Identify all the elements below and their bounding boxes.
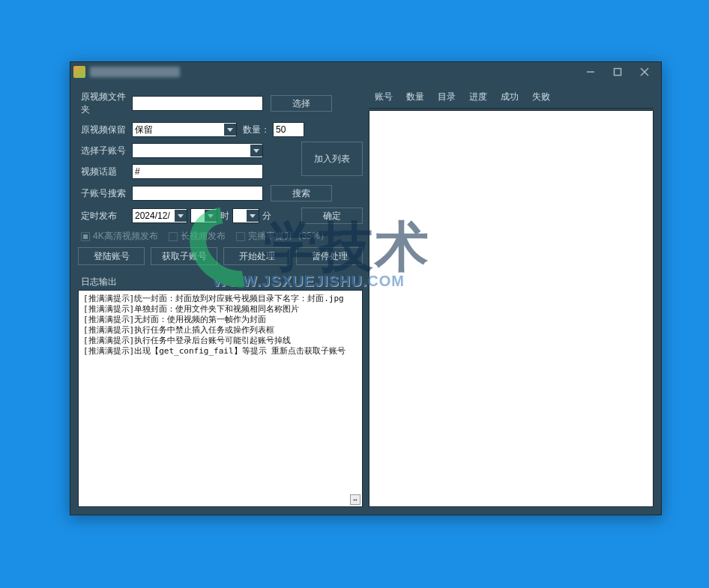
col-progress[interactable]: 进度 [469,91,487,103]
checkbox-icon [81,232,90,241]
sched-min-combo[interactable] [232,208,259,223]
chevron-down-icon [250,145,262,157]
app-title-blurred [90,67,180,77]
topic-input[interactable] [132,164,263,179]
log-output[interactable]: [推满满提示]统一封面：封面放到对应账号视频目录下名字：封面.jpg[推满满提示… [78,290,363,507]
qty-label: 数量： [243,124,270,136]
folder-label: 原视频文件夹 [78,91,132,116]
checkbox-icon [236,232,245,241]
subacct-combo[interactable] [132,143,263,158]
table-body[interactable] [369,110,654,507]
chevron-down-icon [247,210,259,222]
svg-rect-1 [615,69,621,76]
table-header: 账号 数量 目录 进度 成功 失败 [369,88,654,109]
sched-date-value: 2024/12/ [135,210,170,221]
chevron-down-icon [175,210,187,222]
folder-input[interactable] [132,96,263,111]
svg-marker-7 [208,214,214,218]
col-dir[interactable]: 目录 [438,91,456,103]
sched-hour-combo[interactable] [190,208,217,223]
min-label: 分 [262,210,271,222]
col-success[interactable]: 成功 [501,91,519,103]
login-button[interactable]: 登陆账号 [78,247,145,265]
titlebar [70,62,661,82]
chk-4k[interactable]: 4K高清视频发布 [81,230,158,243]
chk-long[interactable]: 长视频发布 [169,230,226,243]
app-icon [73,66,85,78]
app-window: 原视频文件夹 选择 原视频保留 保留 数量： 选择子账号 [70,61,662,515]
search-label: 子账号搜索 [78,187,132,200]
log-line: [推满满提示]统一封面：封面放到对应账号视频目录下名字：封面.jpg [83,294,357,304]
hour-label: 时 [220,210,229,222]
qty-input[interactable] [273,122,304,137]
resize-grip-icon[interactable]: ↔ [350,494,360,505]
svg-marker-6 [178,214,184,218]
chevron-down-icon [224,124,236,136]
keep-value: 保留 [135,124,153,136]
sched-date-combo[interactable]: 2024/12/ [132,208,187,223]
log-line: [推满满提示]出现【get_config_fail】等提示 重新点击获取子账号 [83,346,357,357]
col-fail[interactable]: 失败 [532,91,550,103]
svg-marker-8 [250,214,256,218]
col-account[interactable]: 账号 [375,91,393,103]
maximize-button[interactable] [604,64,631,80]
select-folder-button[interactable]: 选择 [271,95,332,112]
minimize-button[interactable] [577,64,604,80]
chk-boost[interactable]: 完播率提升（35%） [236,230,329,243]
topic-label: 视频话题 [78,166,132,178]
log-line: [推满满提示]执行任务中禁止插入任务或操作列表框 [83,325,357,336]
checkbox-icon [169,232,178,241]
svg-marker-4 [227,128,233,132]
keep-label: 原视频保留 [78,124,132,136]
subacct-label: 选择子账号 [78,145,132,157]
search-button[interactable]: 搜索 [271,185,332,201]
chevron-down-icon [205,210,217,222]
log-line: [推满满提示]执行任务中登录后台账号可能引起账号掉线 [83,336,357,346]
get-subacct-button[interactable]: 获取子账号 [151,247,217,265]
close-button[interactable] [631,64,658,80]
log-label: 日志输出 [78,273,363,290]
log-line: [推满满提示]单独封面：使用文件夹下和视频相同名称图片 [83,304,357,315]
log-line: [推满满提示]无封面：使用视频的第一帧作为封面 [83,315,357,325]
pause-button[interactable]: 暂停处理 [296,247,363,265]
start-button[interactable]: 开始处理 [223,247,290,265]
keep-combo[interactable]: 保留 [132,122,237,137]
window-controls [577,64,658,80]
sched-label: 定时发布 [78,210,132,222]
confirm-button[interactable]: 确定 [301,207,363,224]
add-to-list-button[interactable]: 加入列表 [301,142,363,176]
col-qty[interactable]: 数量 [406,91,424,103]
search-input[interactable] [132,186,263,201]
svg-marker-5 [253,149,259,153]
